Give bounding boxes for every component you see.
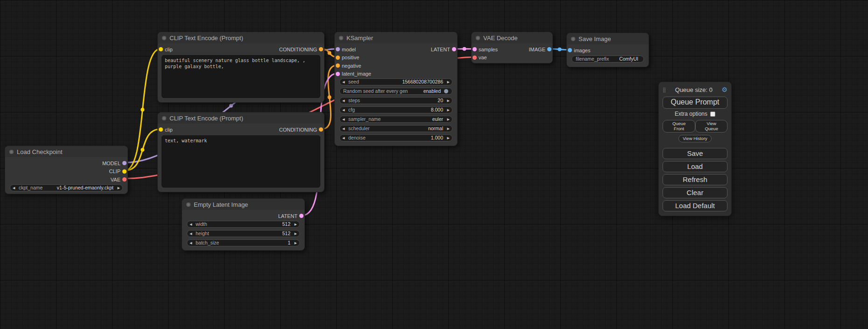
collapse-dot-icon[interactable] bbox=[339, 36, 343, 40]
view-history-button[interactable]: View History bbox=[678, 135, 712, 142]
queue-menu-panel[interactable]: ⣿ Queue size: 0 ⚙ Queue Prompt Extra opt… bbox=[658, 82, 732, 216]
node-save-image[interactable]: Save Image images filename_prefix ComfyU… bbox=[566, 33, 649, 67]
increment-arrow-icon[interactable]: ▶ bbox=[292, 240, 297, 246]
node-empty-latent-image[interactable]: Empty Latent Image LATENT ◀ width 512 ▶ … bbox=[182, 198, 305, 251]
clear-button[interactable]: Clear bbox=[663, 187, 727, 198]
output-slot-model: MODEL bbox=[5, 159, 127, 168]
vae-output-dot[interactable] bbox=[122, 177, 127, 182]
random-seed-toggle-widget[interactable]: Random seed after every gen enabled bbox=[339, 88, 452, 95]
increment-arrow-icon[interactable]: ▶ bbox=[115, 185, 120, 191]
save-button[interactable]: Save bbox=[663, 148, 727, 159]
increment-arrow-icon[interactable]: ▶ bbox=[445, 126, 450, 132]
node-ksampler[interactable]: KSampler model LATENT positive negative … bbox=[334, 32, 458, 146]
image-output-dot[interactable] bbox=[547, 47, 551, 51]
decrement-arrow-icon[interactable]: ◀ bbox=[190, 221, 195, 227]
node-graph-canvas[interactable]: Load Checkpoint MODEL CLIP VAE ◀ ckpt_na… bbox=[0, 0, 868, 329]
decrement-arrow-icon[interactable]: ◀ bbox=[342, 135, 347, 141]
latent-output-dot[interactable] bbox=[299, 214, 303, 218]
increment-arrow-icon[interactable]: ▶ bbox=[445, 107, 450, 113]
vae-input-dot[interactable] bbox=[473, 56, 477, 60]
batch-size-widget[interactable]: ◀ batch_size 1 ▶ bbox=[187, 239, 300, 246]
slot-label: negative bbox=[342, 63, 361, 69]
toggle-on-dot[interactable] bbox=[444, 89, 448, 93]
drag-handle-icon[interactable]: ⣿ bbox=[663, 87, 666, 92]
width-widget[interactable]: ◀ width 512 ▶ bbox=[187, 221, 300, 228]
slot-row: clip CONDITIONING bbox=[158, 126, 324, 134]
latent-image-input-dot[interactable] bbox=[336, 72, 340, 76]
node-title-bar[interactable]: KSampler bbox=[335, 32, 457, 43]
increment-arrow-icon[interactable]: ▶ bbox=[445, 98, 450, 104]
increment-arrow-icon[interactable]: ▶ bbox=[292, 221, 297, 227]
scheduler-widget[interactable]: ◀ scheduler normal ▶ bbox=[339, 125, 452, 132]
queue-prompt-button[interactable]: Queue Prompt bbox=[663, 97, 727, 109]
queue-front-button[interactable]: Queue Front bbox=[663, 120, 695, 133]
steps-widget[interactable]: ◀ steps 20 ▶ bbox=[339, 97, 452, 104]
clip-output-dot[interactable] bbox=[122, 169, 127, 174]
ckpt-name-widget[interactable]: ◀ ckpt_name v1-5-pruned-emaonly.ckpt ▶ bbox=[10, 184, 123, 191]
slot-label: latent_image bbox=[342, 71, 371, 77]
positive-input-dot[interactable] bbox=[336, 56, 340, 60]
images-input-dot[interactable] bbox=[568, 48, 572, 52]
extra-options-label: Extra options bbox=[675, 111, 707, 117]
latent-output-dot[interactable] bbox=[452, 47, 456, 51]
load-button[interactable]: Load bbox=[663, 161, 727, 172]
cfg-widget[interactable]: ◀ cfg 8.000 ▶ bbox=[339, 106, 452, 113]
decrement-arrow-icon[interactable]: ◀ bbox=[190, 231, 195, 237]
slot-label: CONDITIONING bbox=[279, 47, 317, 52]
output-slot-latent: LATENT bbox=[182, 212, 304, 220]
clip-input-dot[interactable] bbox=[159, 47, 163, 51]
increment-arrow-icon[interactable]: ▶ bbox=[445, 79, 450, 85]
collapse-dot-icon[interactable] bbox=[186, 203, 191, 207]
decrement-arrow-icon[interactable]: ◀ bbox=[13, 185, 18, 191]
conditioning-output-dot[interactable] bbox=[319, 127, 323, 132]
node-title-bar[interactable]: CLIP Text Encode (Prompt) bbox=[158, 32, 324, 43]
increment-arrow-icon[interactable]: ▶ bbox=[292, 231, 297, 237]
negative-input-dot[interactable] bbox=[336, 63, 340, 68]
decrement-arrow-icon[interactable]: ◀ bbox=[342, 107, 347, 113]
decrement-arrow-icon[interactable]: ◀ bbox=[342, 116, 347, 122]
node-title: VAE Decode bbox=[483, 35, 517, 42]
collapse-dot-icon[interactable] bbox=[9, 150, 14, 154]
widget-label: height bbox=[196, 231, 209, 237]
height-widget[interactable]: ◀ height 512 ▶ bbox=[187, 230, 300, 237]
view-queue-button[interactable]: View Queue bbox=[695, 120, 727, 133]
slot-label: images bbox=[574, 48, 590, 53]
increment-arrow-icon[interactable]: ▶ bbox=[445, 135, 450, 141]
node-clip-text-encode-negative[interactable]: CLIP Text Encode (Prompt) clip CONDITION… bbox=[157, 112, 325, 192]
decrement-arrow-icon[interactable]: ◀ bbox=[342, 98, 347, 104]
conditioning-output-dot[interactable] bbox=[319, 47, 323, 51]
decrement-arrow-icon[interactable]: ◀ bbox=[342, 126, 347, 132]
collapse-dot-icon[interactable] bbox=[162, 116, 166, 120]
settings-gear-icon[interactable]: ⚙ bbox=[721, 86, 727, 93]
node-title-bar[interactable]: VAE Decode bbox=[472, 32, 552, 43]
extra-options-checkbox[interactable] bbox=[710, 112, 715, 117]
node-title-bar[interactable]: Save Image bbox=[567, 33, 649, 44]
refresh-button[interactable]: Refresh bbox=[663, 174, 727, 185]
widget-label: Random seed after every gen bbox=[343, 88, 408, 94]
decrement-arrow-icon[interactable]: ◀ bbox=[190, 240, 195, 246]
node-vae-decode[interactable]: VAE Decode samples IMAGE vae bbox=[471, 32, 553, 63]
sampler-name-widget[interactable]: ◀ sampler_name euler ▶ bbox=[339, 116, 452, 123]
node-clip-text-encode-positive[interactable]: CLIP Text Encode (Prompt) clip CONDITION… bbox=[157, 32, 325, 103]
model-input-dot[interactable] bbox=[336, 47, 340, 51]
seed-widget[interactable]: ◀ seed 156680208700286 ▶ bbox=[339, 78, 452, 85]
increment-arrow-icon[interactable]: ▶ bbox=[445, 116, 450, 122]
collapse-dot-icon[interactable] bbox=[571, 37, 575, 41]
widget-label: sampler_name bbox=[348, 116, 381, 122]
slot-label: model bbox=[342, 47, 356, 52]
prompt-text-input[interactable]: text, watermark bbox=[162, 135, 320, 188]
node-title-bar[interactable]: CLIP Text Encode (Prompt) bbox=[158, 112, 324, 124]
clip-input-dot[interactable] bbox=[159, 127, 163, 132]
prompt-text-input[interactable]: beautiful scenery nature glass bottle la… bbox=[162, 55, 320, 98]
model-output-dot[interactable] bbox=[122, 161, 127, 165]
node-title-bar[interactable]: Load Checkpoint bbox=[5, 146, 127, 157]
filename-prefix-widget[interactable]: filename_prefix ComfyUI bbox=[572, 56, 644, 63]
collapse-dot-icon[interactable] bbox=[162, 36, 166, 40]
decrement-arrow-icon[interactable]: ◀ bbox=[342, 79, 347, 85]
samples-input-dot[interactable] bbox=[473, 47, 477, 51]
collapse-dot-icon[interactable] bbox=[476, 36, 480, 40]
load-default-button[interactable]: Load Default bbox=[663, 200, 727, 211]
node-title-bar[interactable]: Empty Latent Image bbox=[182, 199, 304, 210]
node-load-checkpoint[interactable]: Load Checkpoint MODEL CLIP VAE ◀ ckpt_na… bbox=[5, 146, 128, 194]
denoise-widget[interactable]: ◀ denoise 1.000 ▶ bbox=[339, 134, 452, 141]
